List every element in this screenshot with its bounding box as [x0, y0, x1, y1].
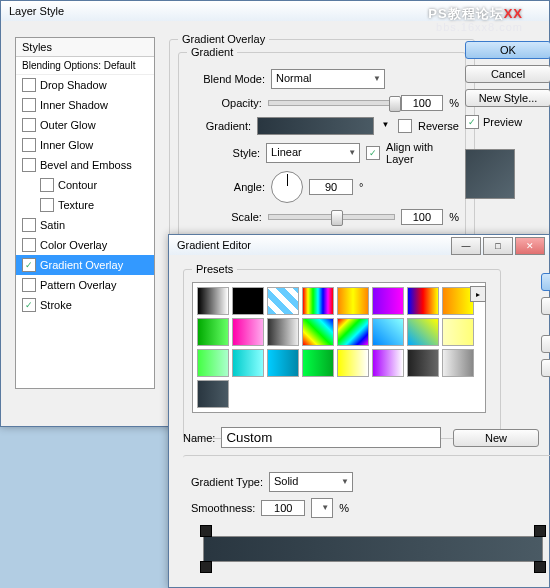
- gradient-editor-window: Gradient Editor — □ ✕ Presets ▸ OK Reset…: [168, 234, 550, 588]
- preset-swatch-6[interactable]: [407, 287, 439, 315]
- preset-swatch-24[interactable]: [197, 380, 229, 408]
- preset-swatch-13[interactable]: [372, 318, 404, 346]
- preset-swatch-8[interactable]: [197, 318, 229, 346]
- ge-reset-button[interactable]: Reset: [541, 297, 550, 315]
- smoothness-stepper[interactable]: [311, 498, 333, 518]
- gradient-bar[interactable]: [203, 536, 543, 562]
- style-item-label: Gradient Overlay: [40, 259, 123, 271]
- preset-swatch-22[interactable]: [407, 349, 439, 377]
- style-checkbox[interactable]: [22, 118, 36, 132]
- style-item-label: Texture: [58, 199, 94, 211]
- smoothness-input[interactable]: 100: [261, 500, 305, 516]
- style-item-label: Color Overlay: [40, 239, 107, 251]
- maximize-button[interactable]: □: [483, 237, 513, 255]
- ge-load-button[interactable]: Load...: [541, 335, 550, 353]
- preset-swatch-4[interactable]: [337, 287, 369, 315]
- reverse-checkbox[interactable]: [398, 119, 412, 133]
- style-item-label: Satin: [40, 219, 65, 231]
- preset-swatch-21[interactable]: [372, 349, 404, 377]
- smoothness-pct: %: [339, 502, 349, 514]
- close-button[interactable]: ✕: [515, 237, 545, 255]
- style-item-gradient-overlay[interactable]: Gradient Overlay: [16, 255, 154, 275]
- style-checkbox[interactable]: [40, 198, 54, 212]
- color-stop-right[interactable]: [534, 561, 546, 573]
- cancel-button[interactable]: Cancel: [465, 65, 550, 83]
- style-checkbox[interactable]: [22, 158, 36, 172]
- preset-grid: [192, 282, 486, 413]
- gradient-subgroup: Gradient Blend Mode: Normal Opacity: 100…: [178, 52, 466, 249]
- gradient-type-dropdown[interactable]: Solid: [269, 472, 353, 492]
- style-item-pattern-overlay[interactable]: Pattern Overlay: [16, 275, 154, 295]
- style-item-texture[interactable]: Texture: [16, 195, 154, 215]
- preview-checkbox[interactable]: [465, 115, 479, 129]
- ok-button[interactable]: OK: [465, 41, 550, 59]
- preset-swatch-18[interactable]: [267, 349, 299, 377]
- preset-swatch-2[interactable]: [267, 287, 299, 315]
- style-item-label: Inner Glow: [40, 139, 93, 151]
- gradient-preview[interactable]: [257, 117, 374, 135]
- opacity-stop-left[interactable]: [200, 525, 212, 537]
- preset-swatch-9[interactable]: [232, 318, 264, 346]
- angle-dial[interactable]: [271, 171, 303, 203]
- new-style-button[interactable]: New Style...: [465, 89, 550, 107]
- name-input[interactable]: [221, 427, 441, 448]
- ge-save-button[interactable]: Save...: [541, 359, 550, 377]
- preset-swatch-20[interactable]: [337, 349, 369, 377]
- watermark-sub: bbs.16xx8.com: [436, 21, 523, 33]
- align-checkbox[interactable]: [366, 146, 380, 160]
- preset-swatch-15[interactable]: [442, 318, 474, 346]
- style-item-color-overlay[interactable]: Color Overlay: [16, 235, 154, 255]
- scale-slider[interactable]: [268, 214, 395, 220]
- preset-swatch-10[interactable]: [267, 318, 299, 346]
- style-item-outer-glow[interactable]: Outer Glow: [16, 115, 154, 135]
- opacity-input[interactable]: 100: [401, 95, 444, 111]
- style-checkbox[interactable]: [40, 178, 54, 192]
- color-stop-left[interactable]: [200, 561, 212, 573]
- opacity-slider[interactable]: [268, 100, 395, 106]
- style-item-inner-glow[interactable]: Inner Glow: [16, 135, 154, 155]
- style-item-contour[interactable]: Contour: [16, 175, 154, 195]
- style-checkbox[interactable]: [22, 218, 36, 232]
- style-item-label: Contour: [58, 179, 97, 191]
- style-item-label: Pattern Overlay: [40, 279, 116, 291]
- style-checkbox[interactable]: [22, 78, 36, 92]
- style-item-stroke[interactable]: Stroke: [16, 295, 154, 315]
- angle-deg: °: [359, 181, 363, 193]
- blend-mode-dropdown[interactable]: Normal: [271, 69, 385, 89]
- opacity-stop-right[interactable]: [534, 525, 546, 537]
- preset-swatch-5[interactable]: [372, 287, 404, 315]
- style-checkbox[interactable]: [22, 298, 36, 312]
- presets-label: Presets: [192, 263, 237, 275]
- style-checkbox[interactable]: [22, 98, 36, 112]
- style-item-bevel-and-emboss[interactable]: Bevel and Emboss: [16, 155, 154, 175]
- ge-new-button[interactable]: New: [453, 429, 539, 447]
- preset-swatch-19[interactable]: [302, 349, 334, 377]
- ge-ok-button[interactable]: OK: [541, 273, 550, 291]
- preset-swatch-14[interactable]: [407, 318, 439, 346]
- style-checkbox[interactable]: [22, 278, 36, 292]
- style-item-inner-shadow[interactable]: Inner Shadow: [16, 95, 154, 115]
- layer-style-buttons: OK Cancel New Style... Preview: [465, 41, 541, 199]
- preset-swatch-3[interactable]: [302, 287, 334, 315]
- presets-menu-button[interactable]: ▸: [470, 286, 486, 302]
- style-item-satin[interactable]: Satin: [16, 215, 154, 235]
- preview-swatch: [465, 149, 515, 199]
- scale-input[interactable]: 100: [401, 209, 444, 225]
- angle-input[interactable]: 90: [309, 179, 353, 195]
- preset-swatch-23[interactable]: [442, 349, 474, 377]
- preset-swatch-17[interactable]: [232, 349, 264, 377]
- reverse-label: Reverse: [418, 120, 459, 132]
- style-checkbox[interactable]: [22, 258, 36, 272]
- preset-swatch-12[interactable]: [337, 318, 369, 346]
- minimize-button[interactable]: —: [451, 237, 481, 255]
- style-item-drop-shadow[interactable]: Drop Shadow: [16, 75, 154, 95]
- styles-header[interactable]: Styles: [16, 38, 154, 57]
- preset-swatch-11[interactable]: [302, 318, 334, 346]
- blending-options-default[interactable]: Blending Options: Default: [16, 57, 154, 75]
- preset-swatch-16[interactable]: [197, 349, 229, 377]
- style-dropdown[interactable]: Linear: [266, 143, 360, 163]
- style-checkbox[interactable]: [22, 238, 36, 252]
- style-checkbox[interactable]: [22, 138, 36, 152]
- preset-swatch-1[interactable]: [232, 287, 264, 315]
- preset-swatch-0[interactable]: [197, 287, 229, 315]
